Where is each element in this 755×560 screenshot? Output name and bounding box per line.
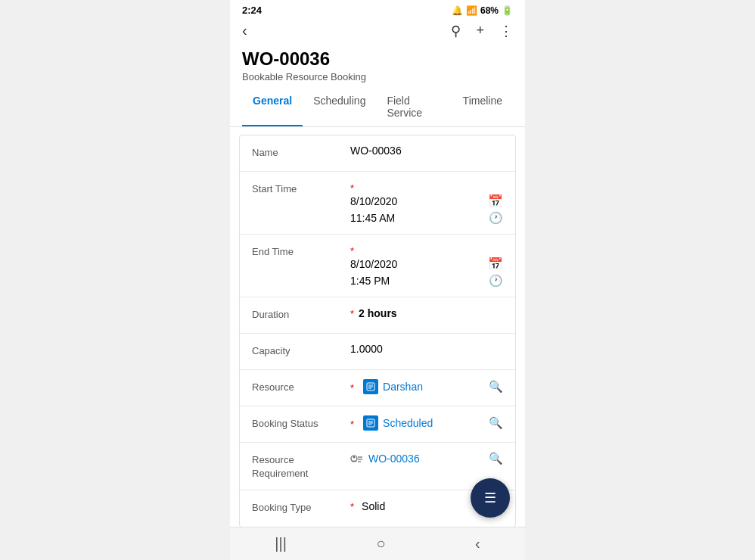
back-button[interactable]: ‹ (242, 22, 247, 39)
start-date-calendar-icon[interactable]: 📅 (488, 194, 503, 208)
end-date-row: 8/10/2020 📅 (350, 257, 503, 271)
start-time-label: Start Time (252, 181, 350, 196)
form-card: Name WO-00036 Start Time * 8/10/2020 📅 (239, 135, 516, 527)
resource-requirement-link[interactable]: WO-00036 (368, 453, 420, 465)
name-row: Name WO-00036 (240, 135, 515, 172)
bottom-nav: ||| ○ ‹ (230, 527, 525, 560)
resource-row: Resource * (240, 370, 515, 406)
resource-value: * Darshan 🔍 (350, 379, 503, 394)
resource-requirement-label: ResourceRequirement (252, 452, 350, 481)
booking-type-required: * (350, 501, 354, 512)
start-time-clock-icon[interactable]: 🕐 (489, 211, 503, 225)
resource-label: Resource (252, 379, 350, 394)
name-label: Name (252, 145, 350, 160)
bottom-nav-home[interactable]: ○ (376, 535, 385, 552)
search-button[interactable]: ⚲ (451, 23, 461, 39)
start-time-required: * (350, 182, 354, 194)
booking-status-search-icon[interactable]: 🔍 (489, 416, 503, 430)
end-time-label: End Time (252, 244, 350, 259)
more-button[interactable]: ⋮ (499, 23, 513, 39)
duration-row: Duration * 2 hours (240, 297, 515, 334)
wifi-icon: 📶 (466, 5, 477, 16)
resource-link[interactable]: Darshan (383, 381, 423, 393)
resource-requirement-row: ResourceRequirement (240, 443, 515, 490)
action-bar-right: ⚲ + ⋮ (451, 23, 513, 39)
booking-type-label: Booking Type (252, 499, 350, 515)
fab-menu-icon: ☰ (484, 490, 496, 506)
resource-required: * (350, 382, 354, 394)
tab-scheduling[interactable]: Scheduling (303, 89, 376, 126)
start-time-value: * 8/10/2020 📅 11:45 AM 🕐 (350, 181, 503, 225)
name-value: WO-00036 (350, 145, 503, 157)
resource-search-icon[interactable]: 🔍 (489, 380, 503, 394)
capacity-row: Capacity 1.0000 (240, 334, 515, 370)
svg-point-9 (353, 456, 356, 459)
booking-status-label: Booking Status (252, 415, 350, 431)
alarm-icon: 🔔 (452, 5, 463, 16)
tab-timeline[interactable]: Timeline (452, 89, 513, 126)
end-time-row: End Time * 8/10/2020 📅 1:45 PM 🕐 (240, 235, 515, 297)
tab-bar: General Scheduling Field Service Timelin… (230, 89, 525, 127)
requirement-icon (350, 453, 364, 464)
header: WO-00036 Bookable Resource Booking (230, 45, 525, 89)
status-icons: 🔔 📶 68% 🔋 (452, 5, 513, 16)
start-time-row-inner: 11:45 AM 🕐 (350, 211, 503, 225)
end-time-required: * (350, 245, 354, 257)
duration-value: * 2 hours (350, 306, 503, 319)
battery-label: 68% (480, 5, 499, 16)
bottom-nav-back[interactable]: ‹ (475, 535, 480, 552)
page-subtitle: Bookable Resource Booking (242, 71, 513, 82)
booking-status-link[interactable]: Scheduled (383, 417, 433, 429)
start-date-row: 8/10/2020 📅 (350, 194, 503, 208)
booking-status-row: Booking Status * (240, 406, 515, 443)
tab-field-service[interactable]: Field Service (376, 89, 452, 126)
resource-requirement-value: WO-00036 🔍 (350, 452, 503, 465)
resource-requirement-search-icon[interactable]: 🔍 (489, 452, 503, 465)
booking-status-required: * (350, 418, 354, 430)
end-time-row-inner: 1:45 PM 🕐 (350, 274, 503, 288)
action-bar: ‹ ⚲ + ⋮ (230, 19, 525, 45)
add-button[interactable]: + (476, 23, 484, 39)
duration-label: Duration (252, 306, 350, 322)
status-bar: 2:24 🔔 📶 68% 🔋 (230, 0, 525, 19)
end-time-value: * 8/10/2020 📅 1:45 PM 🕐 (350, 244, 503, 288)
page-title: WO-00036 (242, 48, 513, 70)
booking-status-value: * Scheduled 🔍 (350, 415, 503, 431)
form-content: Name WO-00036 Start Time * 8/10/2020 📅 (230, 127, 525, 527)
bottom-nav-recents[interactable]: ||| (275, 535, 287, 552)
fab-button[interactable]: ☰ (471, 478, 510, 518)
booking-status-entity-icon (363, 415, 378, 431)
tab-general[interactable]: General (242, 89, 303, 126)
end-date-calendar-icon[interactable]: 📅 (488, 257, 503, 271)
end-time-clock-icon[interactable]: 🕐 (489, 274, 503, 288)
battery-icon: 🔋 (502, 5, 513, 16)
capacity-value: 1.0000 (350, 343, 503, 355)
capacity-label: Capacity (252, 343, 350, 358)
status-time: 2:24 (242, 5, 262, 16)
resource-entity-icon (363, 379, 378, 394)
duration-required: * (350, 308, 354, 319)
start-time-row: Start Time * 8/10/2020 📅 11:45 AM 🕐 (240, 172, 515, 235)
